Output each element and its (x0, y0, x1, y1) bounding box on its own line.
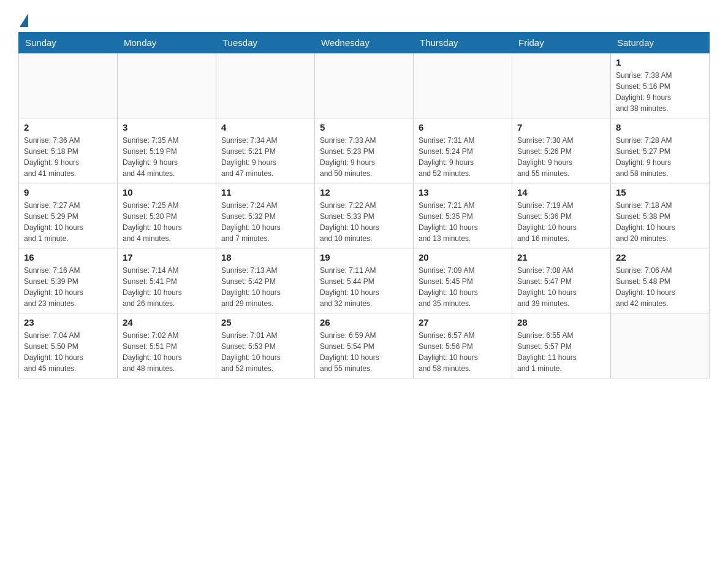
calendar-cell (414, 53, 512, 118)
day-number: 28 (517, 317, 605, 327)
day-of-week-header: Wednesday (315, 33, 414, 53)
day-info: Sunrise: 7:18 AMSunset: 5:38 PMDaylight:… (616, 200, 704, 244)
calendar-cell: 28Sunrise: 6:55 AMSunset: 5:57 PMDayligh… (512, 313, 611, 378)
day-info: Sunrise: 7:36 AMSunset: 5:18 PMDaylight:… (24, 135, 112, 179)
day-info: Sunrise: 7:25 AMSunset: 5:30 PMDaylight:… (123, 200, 211, 244)
calendar-cell: 27Sunrise: 6:57 AMSunset: 5:56 PMDayligh… (414, 313, 512, 378)
day-info: Sunrise: 7:19 AMSunset: 5:36 PMDaylight:… (517, 200, 605, 244)
day-info: Sunrise: 7:33 AMSunset: 5:23 PMDaylight:… (320, 135, 408, 179)
calendar-cell: 26Sunrise: 6:59 AMSunset: 5:54 PMDayligh… (315, 313, 414, 378)
day-number: 13 (419, 187, 507, 197)
day-of-week-header: Sunday (19, 33, 118, 53)
day-info: Sunrise: 7:35 AMSunset: 5:19 PMDaylight:… (123, 135, 211, 179)
calendar-week-row: 1Sunrise: 7:38 AMSunset: 5:16 PMDaylight… (19, 53, 710, 118)
days-of-week-row: SundayMondayTuesdayWednesdayThursdayFrid… (19, 33, 710, 53)
calendar-week-row: 9Sunrise: 7:27 AMSunset: 5:29 PMDaylight… (19, 183, 710, 248)
day-info: Sunrise: 7:28 AMSunset: 5:27 PMDaylight:… (616, 135, 704, 179)
day-number: 7 (517, 122, 605, 132)
day-number: 6 (419, 122, 507, 132)
day-number: 19 (320, 252, 408, 262)
day-of-week-header: Monday (118, 33, 216, 53)
day-number: 12 (320, 187, 408, 197)
day-info: Sunrise: 7:22 AMSunset: 5:33 PMDaylight:… (320, 200, 408, 244)
day-of-week-header: Friday (512, 33, 611, 53)
day-number: 5 (320, 122, 408, 132)
calendar-cell: 19Sunrise: 7:11 AMSunset: 5:44 PMDayligh… (315, 248, 414, 313)
calendar-week-row: 16Sunrise: 7:16 AMSunset: 5:39 PMDayligh… (19, 248, 710, 313)
day-info: Sunrise: 7:13 AMSunset: 5:42 PMDaylight:… (221, 265, 309, 309)
calendar-cell (512, 53, 611, 118)
page-header (18, 12, 710, 26)
day-info: Sunrise: 7:24 AMSunset: 5:32 PMDaylight:… (221, 200, 309, 244)
day-number: 22 (616, 252, 704, 262)
day-of-week-header: Saturday (611, 33, 710, 53)
day-info: Sunrise: 7:31 AMSunset: 5:24 PMDaylight:… (419, 135, 507, 179)
calendar-cell: 16Sunrise: 7:16 AMSunset: 5:39 PMDayligh… (19, 248, 118, 313)
day-info: Sunrise: 7:16 AMSunset: 5:39 PMDaylight:… (24, 265, 112, 309)
calendar-cell: 17Sunrise: 7:14 AMSunset: 5:41 PMDayligh… (118, 248, 216, 313)
calendar-body: 1Sunrise: 7:38 AMSunset: 5:16 PMDaylight… (19, 53, 710, 378)
day-info: Sunrise: 7:04 AMSunset: 5:50 PMDaylight:… (24, 330, 112, 374)
calendar-week-row: 2Sunrise: 7:36 AMSunset: 5:18 PMDaylight… (19, 118, 710, 183)
logo (18, 12, 28, 26)
day-info: Sunrise: 7:14 AMSunset: 5:41 PMDaylight:… (123, 265, 211, 309)
day-info: Sunrise: 6:59 AMSunset: 5:54 PMDaylight:… (320, 330, 408, 374)
day-info: Sunrise: 7:21 AMSunset: 5:35 PMDaylight:… (419, 200, 507, 244)
day-number: 9 (24, 187, 112, 197)
calendar-cell: 22Sunrise: 7:06 AMSunset: 5:48 PMDayligh… (611, 248, 710, 313)
calendar-cell: 9Sunrise: 7:27 AMSunset: 5:29 PMDaylight… (19, 183, 118, 248)
day-number: 10 (123, 187, 211, 197)
day-number: 1 (616, 57, 704, 67)
calendar-cell (118, 53, 216, 118)
calendar-cell (611, 313, 710, 378)
day-number: 25 (221, 317, 309, 327)
calendar-cell: 24Sunrise: 7:02 AMSunset: 5:51 PMDayligh… (118, 313, 216, 378)
day-number: 20 (419, 252, 507, 262)
day-info: Sunrise: 7:09 AMSunset: 5:45 PMDaylight:… (419, 265, 507, 309)
calendar-cell: 20Sunrise: 7:09 AMSunset: 5:45 PMDayligh… (414, 248, 512, 313)
day-number: 26 (320, 317, 408, 327)
day-info: Sunrise: 7:27 AMSunset: 5:29 PMDaylight:… (24, 200, 112, 244)
calendar-header: SundayMondayTuesdayWednesdayThursdayFrid… (19, 33, 710, 53)
calendar-cell: 6Sunrise: 7:31 AMSunset: 5:24 PMDaylight… (414, 118, 512, 183)
calendar-cell: 3Sunrise: 7:35 AMSunset: 5:19 PMDaylight… (118, 118, 216, 183)
calendar-cell (19, 53, 118, 118)
day-number: 16 (24, 252, 112, 262)
day-number: 23 (24, 317, 112, 327)
day-number: 18 (221, 252, 309, 262)
calendar-cell: 10Sunrise: 7:25 AMSunset: 5:30 PMDayligh… (118, 183, 216, 248)
day-number: 11 (221, 187, 309, 197)
calendar-cell: 4Sunrise: 7:34 AMSunset: 5:21 PMDaylight… (216, 118, 315, 183)
day-info: Sunrise: 7:34 AMSunset: 5:21 PMDaylight:… (221, 135, 309, 179)
day-info: Sunrise: 7:30 AMSunset: 5:26 PMDaylight:… (517, 135, 605, 179)
day-info: Sunrise: 7:02 AMSunset: 5:51 PMDaylight:… (123, 330, 211, 374)
logo-triangle-icon (20, 13, 28, 27)
day-of-week-header: Tuesday (216, 33, 315, 53)
day-of-week-header: Thursday (414, 33, 512, 53)
day-number: 15 (616, 187, 704, 197)
calendar-cell: 1Sunrise: 7:38 AMSunset: 5:16 PMDaylight… (611, 53, 710, 118)
calendar-cell: 15Sunrise: 7:18 AMSunset: 5:38 PMDayligh… (611, 183, 710, 248)
calendar-cell: 25Sunrise: 7:01 AMSunset: 5:53 PMDayligh… (216, 313, 315, 378)
day-info: Sunrise: 7:06 AMSunset: 5:48 PMDaylight:… (616, 265, 704, 309)
day-number: 2 (24, 122, 112, 132)
calendar-cell: 12Sunrise: 7:22 AMSunset: 5:33 PMDayligh… (315, 183, 414, 248)
calendar-cell: 2Sunrise: 7:36 AMSunset: 5:18 PMDaylight… (19, 118, 118, 183)
day-number: 3 (123, 122, 211, 132)
day-info: Sunrise: 7:08 AMSunset: 5:47 PMDaylight:… (517, 265, 605, 309)
day-number: 17 (123, 252, 211, 262)
day-info: Sunrise: 7:38 AMSunset: 5:16 PMDaylight:… (616, 70, 704, 114)
day-number: 8 (616, 122, 704, 132)
calendar-cell: 14Sunrise: 7:19 AMSunset: 5:36 PMDayligh… (512, 183, 611, 248)
calendar-cell (216, 53, 315, 118)
day-info: Sunrise: 6:55 AMSunset: 5:57 PMDaylight:… (517, 330, 605, 374)
day-number: 21 (517, 252, 605, 262)
day-number: 27 (419, 317, 507, 327)
day-number: 14 (517, 187, 605, 197)
calendar-cell: 11Sunrise: 7:24 AMSunset: 5:32 PMDayligh… (216, 183, 315, 248)
calendar-cell (315, 53, 414, 118)
day-info: Sunrise: 7:01 AMSunset: 5:53 PMDaylight:… (221, 330, 309, 374)
calendar-cell: 23Sunrise: 7:04 AMSunset: 5:50 PMDayligh… (19, 313, 118, 378)
calendar-cell: 5Sunrise: 7:33 AMSunset: 5:23 PMDaylight… (315, 118, 414, 183)
calendar-cell: 8Sunrise: 7:28 AMSunset: 5:27 PMDaylight… (611, 118, 710, 183)
